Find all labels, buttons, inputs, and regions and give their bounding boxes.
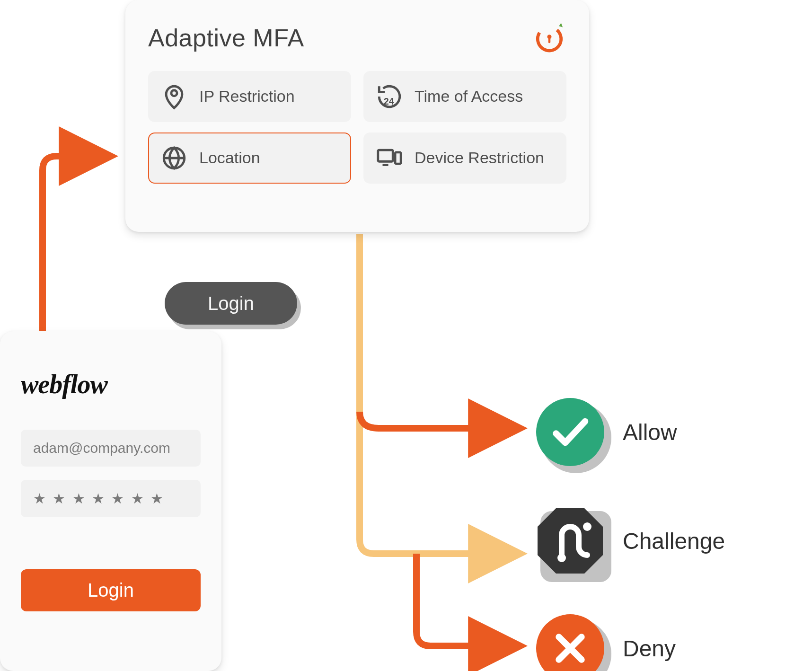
login-button[interactable]: Login — [21, 569, 201, 611]
factor-label: Device Restriction — [415, 149, 544, 167]
svg-point-8 — [536, 398, 604, 466]
svg-marker-9 — [538, 508, 603, 574]
globe-icon — [160, 144, 188, 172]
outcome-challenge: Challenge — [535, 505, 725, 576]
svg-point-11 — [583, 522, 591, 531]
factor-label: Location — [199, 149, 260, 167]
outcome-label: Deny — [623, 636, 676, 662]
svg-text:24: 24 — [384, 97, 394, 106]
deny-badge — [535, 613, 606, 671]
clock-24-icon: 24 — [376, 83, 403, 110]
factor-label: Time of Access — [415, 87, 523, 106]
factor-time-of-access[interactable]: 24 Time of Access — [363, 71, 566, 122]
factor-label: IP Restriction — [199, 87, 295, 106]
email-field[interactable]: adam@company.com — [21, 430, 201, 467]
svg-point-12 — [536, 614, 604, 671]
factor-ip-restriction[interactable]: IP Restriction — [148, 71, 351, 122]
allow-badge — [535, 397, 606, 468]
login-card: webflow adam@company.com ★ ★ ★ ★ ★ ★ ★ L… — [0, 331, 221, 671]
adaptive-mfa-card: Adaptive MFA IP Restriction 24 — [125, 0, 589, 232]
login-flow-badge: Login — [165, 282, 297, 325]
challenge-badge — [535, 505, 606, 576]
webflow-logo: webflow — [21, 369, 201, 399]
outcome-allow: Allow — [535, 397, 677, 468]
mfa-title: Adaptive MFA — [148, 24, 304, 52]
devices-icon — [376, 144, 403, 172]
svg-rect-2 — [548, 38, 551, 43]
map-pin-user-icon — [160, 83, 188, 110]
outcome-label: Allow — [623, 419, 677, 445]
cross-icon — [535, 613, 606, 671]
route-icon — [535, 505, 606, 576]
svg-point-10 — [557, 554, 566, 562]
miniorange-logo-icon — [532, 21, 566, 55]
password-field[interactable]: ★ ★ ★ ★ ★ ★ ★ — [21, 480, 201, 517]
svg-rect-6 — [378, 150, 393, 161]
factor-location[interactable]: Location — [148, 132, 351, 184]
svg-rect-7 — [395, 152, 401, 164]
factor-device-restriction[interactable]: Device Restriction — [363, 132, 566, 184]
outcome-deny: Deny — [535, 613, 676, 671]
checkmark-icon — [535, 397, 606, 468]
outcome-label: Challenge — [623, 528, 725, 554]
svg-point-3 — [171, 90, 177, 96]
